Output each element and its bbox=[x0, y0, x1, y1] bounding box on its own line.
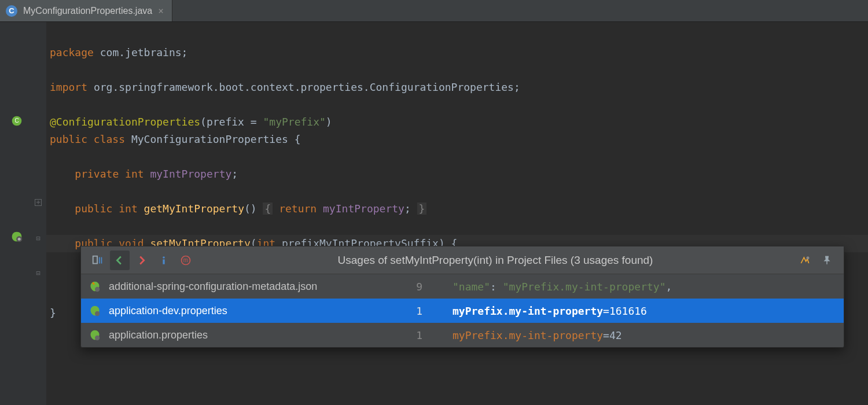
punct: ( bbox=[200, 116, 207, 128]
keyword: public bbox=[50, 133, 94, 145]
usage-snippet: myPrefix.my-int-property=161616 bbox=[429, 305, 836, 317]
string-literal: "myPrefix" bbox=[263, 116, 325, 128]
usage-list: additional-spring-configuration-metadata… bbox=[81, 274, 844, 347]
usage-filename: application-dev.properties bbox=[109, 305, 392, 317]
settings-icon[interactable] bbox=[795, 251, 815, 270]
svg-point-11 bbox=[95, 311, 100, 316]
spring-config-icon bbox=[89, 305, 102, 316]
prev-occurrence-icon[interactable] bbox=[110, 251, 130, 270]
open-in-tool-window-icon[interactable] bbox=[88, 251, 108, 270]
fold-brace: { bbox=[263, 203, 273, 215]
keyword: class bbox=[94, 133, 131, 145]
popup-toolbar: m Usages of setMyIntProperty(int) in Pro… bbox=[81, 246, 844, 274]
java-class-icon: C bbox=[6, 5, 17, 17]
fold-brace: } bbox=[417, 203, 427, 215]
spring-config-icon bbox=[89, 281, 102, 292]
info-icon[interactable] bbox=[154, 251, 174, 270]
spring-bean-icon[interactable]: C bbox=[10, 115, 23, 127]
gutter: C + ⊟ ⊟ bbox=[0, 22, 46, 405]
fold-end-icon[interactable]: ⊟ bbox=[35, 270, 42, 277]
usage-snippet: "name": "myPrefix.my-int-property", bbox=[429, 281, 836, 293]
svg-point-9 bbox=[807, 256, 810, 259]
close-icon[interactable]: × bbox=[158, 5, 164, 16]
param-name: prefix = bbox=[207, 116, 263, 128]
usage-row[interactable]: application-dev.properties 1 myPrefix.my… bbox=[81, 299, 844, 323]
method-name: getMyIntProperty bbox=[144, 203, 244, 215]
tab-bar: C MyConfigurationProperties.java × bbox=[0, 0, 868, 22]
keyword: private bbox=[75, 168, 125, 180]
usage-row[interactable]: additional-spring-configuration-metadata… bbox=[81, 274, 844, 299]
usage-filename: application.properties bbox=[109, 329, 392, 341]
keyword: return bbox=[273, 203, 323, 215]
svg-point-12 bbox=[95, 336, 100, 340]
annotation: @ConfigurationProperties bbox=[50, 116, 200, 128]
punct: ; bbox=[182, 46, 188, 58]
svg-text:C: C bbox=[14, 117, 19, 124]
fold-collapse-icon[interactable]: ⊟ bbox=[35, 235, 42, 242]
keyword: int bbox=[119, 203, 144, 215]
field-name: myIntProperty bbox=[150, 168, 231, 180]
import-path: org.springframework.boot.context.propert… bbox=[94, 81, 514, 93]
pin-icon[interactable] bbox=[817, 251, 837, 270]
tab-filename: MyConfigurationProperties.java bbox=[23, 6, 152, 16]
svg-point-3 bbox=[18, 238, 21, 241]
punct: () bbox=[244, 203, 263, 215]
punct: ; bbox=[404, 203, 417, 215]
find-usages-popup: m Usages of setMyIntProperty(int) in Pro… bbox=[80, 246, 844, 348]
usage-snippet: myPrefix.my-int-property=42 bbox=[429, 329, 836, 341]
usage-line-number: 1 bbox=[399, 329, 422, 341]
usage-row[interactable]: application.properties 1 myPrefix.my-int… bbox=[81, 323, 844, 347]
spring-method-icon[interactable] bbox=[10, 230, 23, 243]
editor-tab[interactable]: C MyConfigurationProperties.java × bbox=[0, 0, 172, 21]
popup-title: Usages of setMyIntProperty(int) in Proje… bbox=[198, 254, 793, 267]
keyword: import bbox=[50, 81, 87, 93]
fold-expand-icon[interactable]: + bbox=[35, 199, 42, 206]
svg-rect-4 bbox=[93, 256, 97, 263]
usage-line-number: 1 bbox=[399, 305, 422, 317]
package-name: com.jetbrains bbox=[100, 46, 182, 58]
punct: } bbox=[50, 307, 56, 319]
punct: { bbox=[295, 133, 301, 145]
keyword: int bbox=[125, 168, 150, 180]
usage-filename: additional-spring-configuration-metadata… bbox=[109, 281, 392, 293]
keyword: package bbox=[50, 46, 94, 58]
field-ref: myIntProperty bbox=[323, 203, 404, 215]
next-occurrence-icon[interactable] bbox=[132, 251, 152, 270]
svg-point-10 bbox=[95, 287, 100, 292]
svg-point-5 bbox=[163, 256, 165, 259]
punct: ) bbox=[326, 116, 332, 128]
punct: ; bbox=[231, 168, 238, 180]
method-marker-icon[interactable]: m bbox=[176, 251, 196, 270]
spring-config-icon bbox=[89, 329, 102, 341]
keyword: public bbox=[75, 203, 119, 215]
svg-rect-6 bbox=[163, 259, 164, 264]
svg-text:m: m bbox=[183, 257, 188, 263]
class-name: MyConfigurationProperties bbox=[131, 133, 295, 145]
usage-line-number: 9 bbox=[399, 281, 422, 293]
punct: ; bbox=[514, 81, 520, 93]
